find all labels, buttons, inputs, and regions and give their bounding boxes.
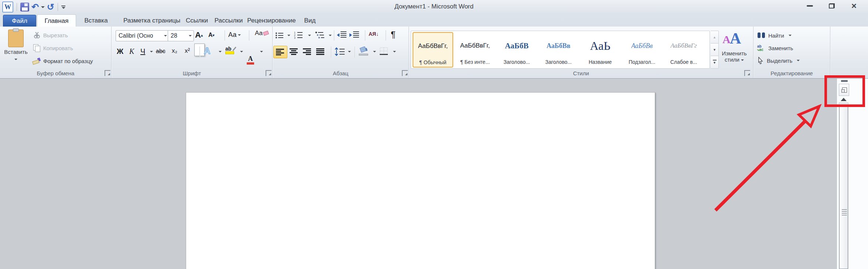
font-color-button[interactable]: А <box>247 55 254 65</box>
clear-formatting-button[interactable]: Аа <box>255 30 269 37</box>
align-left-button[interactable] <box>273 46 287 58</box>
font-name-dropdown-icon[interactable] <box>164 35 167 37</box>
numbering-dropdown-icon[interactable] <box>308 35 311 36</box>
group-label-styles: Стили <box>409 70 753 76</box>
style-item-title[interactable]: АаЬ Название <box>580 32 620 67</box>
tab-review[interactable]: Рецензирование <box>245 15 298 27</box>
italic-label: К <box>129 47 134 56</box>
style-name: Заголово... <box>503 59 530 66</box>
tab-home[interactable]: Главная <box>37 14 76 27</box>
window-controls: × <box>802 2 861 10</box>
style-item-subtle-emphasis[interactable]: АаБбВвГг Слабое в... <box>664 32 704 67</box>
scissors-icon <box>33 32 41 38</box>
document-page[interactable] <box>186 92 655 269</box>
copy-button[interactable]: Копировать <box>33 44 73 52</box>
find-dropdown-icon[interactable] <box>789 35 792 36</box>
style-preview: АаБбВвГг, <box>460 32 490 59</box>
paste-label: Вставить <box>3 49 29 55</box>
group-paragraph: 123 АЯ↓ ¶ <box>273 27 409 78</box>
text-effects-dropdown-icon[interactable] <box>219 51 222 52</box>
select-dropdown-icon[interactable] <box>797 60 800 61</box>
italic-button[interactable]: К <box>129 47 134 56</box>
shading-button[interactable] <box>358 46 369 56</box>
style-item-heading2[interactable]: АаБбВв Заголово... <box>539 32 578 67</box>
paste-dropdown-icon[interactable] <box>14 59 17 60</box>
strikethrough-button[interactable]: abc <box>156 48 165 55</box>
paste-button[interactable]: Вставить <box>3 29 29 69</box>
restore-icon <box>829 3 835 8</box>
font-dialog-launcher-icon[interactable]: ◢ <box>266 70 271 76</box>
font-size-dropdown-icon[interactable] <box>189 35 192 37</box>
multilevel-dropdown-icon[interactable] <box>329 35 332 36</box>
underline-dropdown-icon[interactable] <box>150 51 153 52</box>
align-right-button[interactable] <box>303 48 312 55</box>
bold-button[interactable]: Ж <box>117 47 123 56</box>
restore-button[interactable] <box>824 2 839 10</box>
borders-button[interactable] <box>380 47 389 55</box>
replace-button[interactable]: ab⤷ac Заменить <box>757 43 793 53</box>
pilcrow-button[interactable]: ¶ <box>391 30 396 40</box>
style-item-no-spacing[interactable]: АаБбВвГг, ¶ Без инте... <box>455 32 495 67</box>
change-styles-icon: АА <box>717 29 752 50</box>
font-name-combobox[interactable]: Calibri (Осно <box>116 30 169 41</box>
change-styles-button[interactable]: АА Изменить стили <box>717 29 752 70</box>
bullets-button[interactable] <box>275 32 284 39</box>
eraser-icon <box>263 31 269 36</box>
sort-button[interactable]: АЯ↓ <box>369 31 379 37</box>
find-button[interactable]: Найти <box>757 31 792 40</box>
bullets-dropdown-icon[interactable] <box>287 35 290 36</box>
highlight-dropdown-icon[interactable] <box>240 51 243 52</box>
close-icon: × <box>851 2 857 10</box>
align-center-button[interactable] <box>290 48 298 55</box>
cut-button[interactable]: Вырезать <box>33 31 68 39</box>
text-effects-button[interactable]: А <box>204 46 210 56</box>
styles-dialog-launcher-icon[interactable]: ◢ <box>744 70 750 76</box>
select-button[interactable]: Выделить <box>757 56 800 65</box>
font-color-dropdown-icon[interactable] <box>260 51 263 52</box>
highlight-button[interactable]: ab <box>225 46 235 55</box>
superscript-button[interactable]: x² <box>185 47 190 55</box>
tab-page-layout[interactable]: Разметка страницы <box>120 15 184 27</box>
tab-insert[interactable]: Вставка <box>78 15 114 27</box>
bold-label: Ж <box>117 47 123 56</box>
font-size-combobox[interactable]: 28 <box>168 30 194 41</box>
sort-icon: АЯ↓ <box>369 31 379 37</box>
increase-indent-button[interactable] <box>349 31 360 39</box>
vertical-scrollbar-thumb[interactable] <box>839 104 848 269</box>
underline-label: Ч <box>140 47 145 56</box>
tab-references[interactable]: Ссылки <box>183 15 211 27</box>
numbering-button[interactable]: 123 <box>294 31 304 39</box>
underline-button[interactable]: Ч <box>140 47 145 56</box>
style-item-heading1[interactable]: АаБбВ Заголово... <box>497 32 537 67</box>
grow-font-button[interactable]: А▴ <box>195 30 203 40</box>
borders-dropdown-icon[interactable] <box>393 51 396 52</box>
clear-formatting-label: Аа <box>255 30 263 37</box>
tab-file[interactable]: Файл <box>3 15 36 27</box>
close-button[interactable]: × <box>847 2 861 10</box>
minimize-button[interactable] <box>802 2 817 10</box>
style-item-normal[interactable]: АаБбВвГг, ¶ Обычный <box>413 32 453 68</box>
clipboard-dialog-launcher-icon[interactable]: ◢ <box>105 70 110 76</box>
group-styles: АаБбВвГг, ¶ Обычный АаБбВвГг, ¶ Без инте… <box>409 27 753 78</box>
shrink-font-button[interactable]: А▾ <box>208 32 215 38</box>
decrease-indent-button[interactable] <box>337 31 347 39</box>
change-case-button[interactable]: Аа <box>228 31 241 39</box>
style-name: ¶ Без инте... <box>460 59 490 66</box>
scroll-down-icon: ▼ <box>713 48 716 52</box>
tab-mailings[interactable]: Рассылки <box>213 15 244 27</box>
cursor-arrow-icon <box>757 57 764 64</box>
justify-button[interactable] <box>316 48 325 55</box>
line-spacing-button[interactable] <box>335 47 345 56</box>
subscript-button[interactable]: x₂ <box>172 47 177 55</box>
shading-dropdown-icon[interactable] <box>373 51 376 52</box>
paragraph-dialog-launcher-icon[interactable]: ◢ <box>402 70 408 76</box>
line-spacing-dropdown-icon[interactable] <box>348 51 351 52</box>
style-item-subtitle[interactable]: АаБбВв Подзагол... <box>622 32 662 67</box>
group-label-paragraph: Абзац <box>273 70 409 76</box>
style-name: Название <box>589 59 612 66</box>
select-label: Выделить <box>767 58 792 64</box>
format-painter-button[interactable]: Формат по образцу <box>33 56 93 65</box>
tab-view[interactable]: Вид <box>299 15 321 27</box>
multilevel-list-button[interactable] <box>315 31 325 39</box>
group-font: Calibri (Осно 28 А▴ А▾ Аа Аа Ж К Ч abc x… <box>112 27 273 78</box>
